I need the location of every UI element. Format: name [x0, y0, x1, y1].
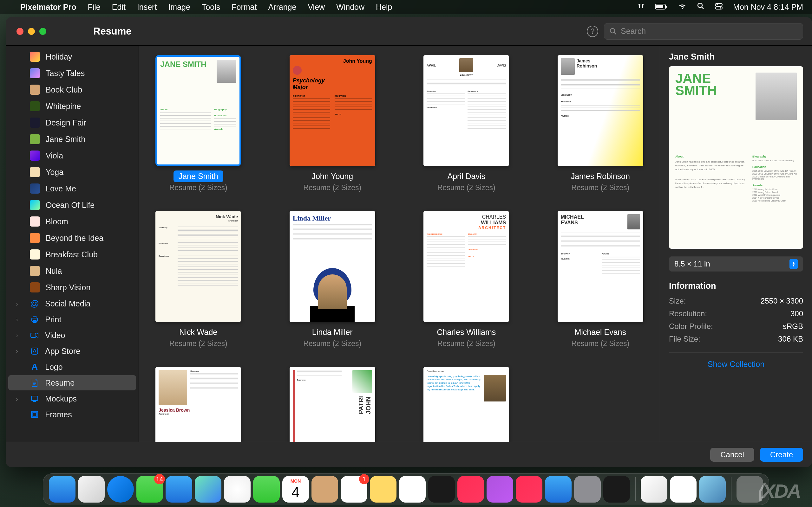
sidebar-item-holiday[interactable]: Holiday	[8, 49, 136, 65]
airpods-icon[interactable]	[637, 2, 645, 12]
template-thumbnail[interactable]: MICHAELEVANSBIOGRAPHYEDUCATIONAWARDS	[558, 211, 643, 322]
search-field[interactable]	[604, 23, 803, 40]
template-jane-smith[interactable]: JANE SMITHAboutBiographyEducationAwards …	[150, 55, 247, 192]
sidebar-group-resume[interactable]: Resume	[8, 375, 136, 390]
dock-news[interactable]	[516, 476, 542, 503]
dock-freeform[interactable]	[399, 476, 426, 503]
template-nick-wade[interactable]: Nick WadeArchitectSummaryEducationExperi…	[150, 211, 247, 348]
menu-format[interactable]: Format	[232, 3, 257, 12]
template-john-young[interactable]: John YoungPsychologyMajorEXPERIENCEEDUCA…	[285, 55, 380, 192]
dock-safari[interactable]	[107, 476, 134, 503]
sidebar-group-video[interactable]: ›Video	[8, 328, 136, 343]
menu-tools[interactable]: Tools	[202, 3, 220, 12]
template-thumbnail[interactable]: Nick WadeArchitectSummaryEducationExperi…	[155, 211, 241, 322]
size-value: 8.5 × 11 in	[674, 260, 710, 268]
sidebar-group-social-media[interactable]: ›@Social Media	[8, 296, 136, 311]
search-input[interactable]	[621, 26, 798, 36]
template-thumbnail[interactable]: SummaryJessica BrownArchitect	[155, 367, 241, 442]
sidebar-item-book-club[interactable]: Book Club	[8, 82, 136, 98]
close-button[interactable]	[16, 28, 23, 35]
wifi-icon[interactable]	[678, 3, 687, 12]
sidebar-label: Tasty Tales	[46, 69, 85, 78]
dock-pixelmator[interactable]	[641, 476, 667, 503]
dock-mail[interactable]	[165, 476, 192, 503]
dock-tv[interactable]	[428, 476, 455, 503]
sidebar-item-bloom[interactable]: Bloom	[8, 214, 136, 229]
menu-insert[interactable]: Insert	[137, 3, 157, 12]
menu-window[interactable]: Window	[336, 3, 364, 12]
dock-reminders[interactable]: 1	[341, 476, 367, 503]
template-thumbnail[interactable]: APRILDAVISARCHITECTEducationLanguagesExp…	[423, 55, 509, 166]
template-april-davis[interactable]: APRILDAVISARCHITECTEducationLanguagesExp…	[418, 55, 514, 192]
sidebar-group-logo[interactable]: ALogo	[8, 359, 136, 375]
menu-edit[interactable]: Edit	[112, 3, 125, 12]
sidebar-item-design-fair[interactable]: Design Fair	[8, 115, 136, 130]
dock-launchpad[interactable]	[78, 476, 105, 503]
sidebar-group-frames[interactable]: Frames	[8, 407, 136, 422]
dock-facetime[interactable]	[253, 476, 280, 503]
create-button[interactable]: Create	[760, 448, 803, 462]
template-thumbnail[interactable]: Donald AndersonI am a high-performing ps…	[423, 367, 509, 442]
battery-icon[interactable]	[655, 3, 668, 12]
spotlight-icon[interactable]	[697, 2, 705, 12]
dock-maps[interactable]	[195, 476, 221, 503]
dock-contacts[interactable]	[311, 476, 338, 503]
dock-appstore[interactable]	[545, 476, 571, 503]
template-jessica-brown[interactable]: SummaryJessica BrownArchitect Jessica Br…	[150, 367, 247, 442]
dock-slack[interactable]	[670, 476, 697, 503]
sidebar-item-sharp-vision[interactable]: Sharp Vision	[8, 279, 136, 295]
sidebar-item-tasty-tales[interactable]: Tasty Tales	[8, 65, 136, 81]
sidebar-item-ocean-of-life[interactable]: Ocean Of Life	[8, 197, 136, 213]
dock-podcasts[interactable]	[487, 476, 513, 503]
sidebar-group-label: Logo	[45, 362, 63, 372]
dock-iphone-mirroring[interactable]	[603, 476, 630, 503]
menu-arrange[interactable]: Arrange	[268, 3, 296, 12]
dock-messages[interactable]: 14	[136, 476, 163, 503]
sidebar-item-viola[interactable]: Viola	[8, 148, 136, 164]
template-thumbnail[interactable]: ExperiencePATRIJOHN	[290, 367, 375, 442]
sidebar-item-beyond-the-idea[interactable]: Beyond the Idea	[8, 230, 136, 246]
template-linda-miller[interactable]: Linda Miller Linda Miller Resume (2 Size…	[285, 211, 380, 348]
menu-image[interactable]: Image	[168, 3, 190, 12]
help-button[interactable]: ?	[587, 26, 598, 37]
template-donald-anderson[interactable]: Donald AndersonI am a high-performing ps…	[418, 367, 514, 442]
sidebar-group-print[interactable]: ›Print	[8, 312, 136, 327]
sidebar-item-jane-smith[interactable]: Jane Smith	[8, 131, 136, 147]
template-thumbnail[interactable]: JANE SMITHAboutBiographyEducationAwards	[155, 55, 241, 166]
clock[interactable]: Mon Nov 4 8:14 PM	[733, 3, 803, 12]
dock-preview[interactable]	[699, 476, 726, 503]
template-charles-williams[interactable]: CHARLESWILLIAMSARCHITECTWORK EXPERIENCEE…	[418, 211, 514, 348]
dock-notes[interactable]	[370, 476, 397, 503]
dock-finder[interactable]	[49, 476, 75, 503]
template-thumbnail[interactable]: JamesRobinsonBiographyEducationAwards	[558, 55, 643, 166]
fullscreen-button[interactable]	[39, 28, 46, 35]
dock-photos[interactable]	[224, 476, 251, 503]
template-james-robinson[interactable]: JamesRobinsonBiographyEducationAwards Ja…	[553, 55, 649, 192]
sidebar-item-love-me[interactable]: Love Me	[8, 181, 136, 196]
template-thumbnail[interactable]: Linda Miller	[290, 211, 375, 322]
sidebar-item-nula[interactable]: Nula	[8, 263, 136, 279]
dock-settings[interactable]	[574, 476, 601, 503]
dock-music[interactable]	[457, 476, 484, 503]
sidebar-group-app-store[interactable]: ›App Store	[8, 343, 136, 359]
size-select[interactable]: 8.5 × 11 in ▲▼	[669, 257, 803, 272]
sidebar-item-yoga[interactable]: Yoga	[8, 164, 136, 180]
show-collection-link[interactable]: Show Collection	[669, 352, 803, 369]
sidebar-group-mockups[interactable]: ›Mockups	[8, 391, 136, 406]
menu-file[interactable]: File	[88, 3, 100, 12]
template-michael-evans[interactable]: MICHAELEVANSBIOGRAPHYEDUCATIONAWARDS Mic…	[553, 211, 649, 348]
minimize-button[interactable]	[28, 28, 35, 35]
xda-watermark: ⟨XDA	[756, 480, 800, 503]
control-center-icon[interactable]	[715, 3, 723, 12]
dock-calendar[interactable]: MON 4	[282, 476, 309, 503]
cancel-button[interactable]: Cancel	[710, 448, 754, 462]
template-thumbnail[interactable]: CHARLESWILLIAMSARCHITECTWORK EXPERIENCEE…	[423, 211, 509, 322]
menu-help[interactable]: Help	[376, 3, 392, 12]
menu-view[interactable]: View	[308, 3, 325, 12]
app-menu[interactable]: Pixelmator Pro	[20, 3, 76, 12]
template-thumbnail[interactable]: John YoungPsychologyMajorEXPERIENCEEDUCA…	[290, 55, 375, 166]
template-patrick-john[interactable]: ExperiencePATRIJOHN Patrick John	[285, 367, 380, 442]
sidebar-item-breakfast-club[interactable]: Breakfast Club	[8, 246, 136, 262]
svg-rect-5	[656, 5, 663, 8]
sidebar-item-whitepine[interactable]: Whitepine	[8, 98, 136, 114]
